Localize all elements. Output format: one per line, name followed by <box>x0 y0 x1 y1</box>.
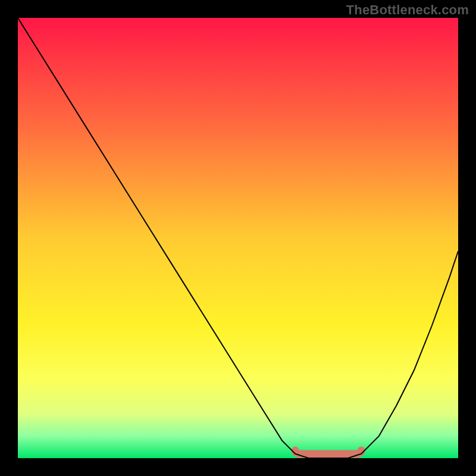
bottleneck-curve <box>18 18 458 458</box>
watermark-text: TheBottleneck.com <box>346 2 469 18</box>
plot-area <box>18 18 458 458</box>
chart-frame: TheBottleneck.com <box>0 0 476 476</box>
